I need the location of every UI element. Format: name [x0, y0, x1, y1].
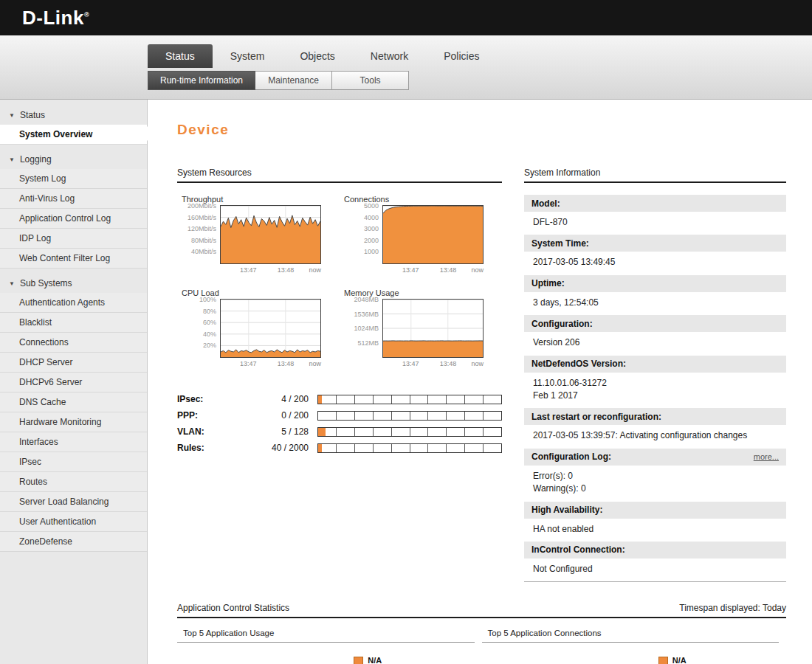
- y-tick-label: 40Mbit/s: [191, 248, 216, 255]
- gauge-value: 0 / 200: [230, 410, 317, 421]
- sidebar-item-application-control-log[interactable]: Application Control Log: [0, 209, 147, 229]
- y-tick-label: 200Mbit/s: [187, 202, 216, 210]
- info-label-configuration: Configuration:: [524, 315, 786, 332]
- x-tick-label: 13:48: [440, 266, 457, 274]
- gauges: IPsec:4 / 200PPP:0 / 200VLAN:5 / 128Rule…: [177, 391, 502, 456]
- info-label-system-time: System Time:: [524, 235, 786, 252]
- gauge-rules: Rules:40 / 2000: [177, 440, 502, 456]
- main-tabs: StatusSystemObjectsNetworkPolicies: [148, 44, 497, 68]
- legend-swatch: [354, 657, 363, 664]
- columns: System Resources Throughput200Mbit/s160M…: [177, 167, 786, 582]
- gauge-ipsec: IPsec:4 / 200: [177, 391, 502, 407]
- sidebar-item-anti-virus-log[interactable]: Anti-Virus Log: [0, 189, 147, 209]
- sidebar-section-sub-systems: ▼Sub SystemsAuthentication AgentsBlackli…: [0, 274, 147, 552]
- chart-plot: [382, 205, 484, 264]
- sidebar-item-system-overview[interactable]: System Overview: [0, 125, 147, 145]
- info-label-text: InControl Connection:: [531, 544, 625, 555]
- legend-name: N/A: [672, 656, 723, 664]
- sidebar-header-label: Sub Systems: [20, 278, 72, 288]
- chart-plot: [220, 299, 321, 358]
- subtab-run-time-information[interactable]: Run-time Information: [148, 71, 255, 90]
- gauge-ppp: PPP:0 / 200: [177, 407, 502, 423]
- app-window: D-Link® StatusSystemObjectsNetworkPolici…: [0, 0, 812, 664]
- sidebar-header-logging[interactable]: ▼Logging: [0, 150, 147, 169]
- sidebar-item-interfaces[interactable]: Interfaces: [0, 432, 147, 452]
- gauge-label: IPsec:: [177, 394, 230, 404]
- sidebar-item-ipsec[interactable]: IPsec: [0, 452, 147, 472]
- y-tick-label: 60%: [203, 319, 216, 326]
- y-tick-label: 20%: [203, 342, 216, 349]
- y-tick-label: 40%: [203, 331, 216, 338]
- x-tick-label: 13:48: [440, 360, 457, 367]
- info-label-last-restart-or-reconfiguration: Last restart or reconfiguration:: [524, 408, 786, 425]
- tab-policies[interactable]: Policies: [426, 44, 497, 68]
- gauge-bar: [317, 411, 502, 421]
- sidebar-item-authentication-agents[interactable]: Authentication Agents: [0, 293, 147, 313]
- top-bar: D-Link®: [0, 0, 812, 35]
- sidebar-item-user-authentication[interactable]: User Authentication: [0, 512, 147, 532]
- x-tick-label: 13:47: [240, 266, 257, 274]
- chevron-down-icon: ▼: [9, 280, 15, 287]
- sidebar-item-dhcp-server[interactable]: DHCP Server: [0, 353, 147, 373]
- y-tick-label: 1024MB: [354, 325, 379, 332]
- chart-memory-usage: Memory Usage2048MB1536MB1024MB512MB13:47…: [340, 288, 502, 370]
- sidebar-header-status[interactable]: ▼Status: [0, 106, 147, 125]
- sidebar-section-status: ▼StatusSystem Overview: [0, 106, 147, 145]
- brand-name: D-Link: [22, 7, 84, 29]
- sub-tabs: Run-time InformationMaintenanceTools: [148, 71, 409, 90]
- y-tick-label: 100%: [199, 296, 216, 303]
- info-label-configuration-log: Configuration Log:more...: [524, 449, 786, 466]
- subtab-tools[interactable]: Tools: [332, 71, 409, 90]
- info-value: Not Configured: [524, 558, 786, 581]
- app-control-header: Application Control Statistics Timespan …: [177, 603, 786, 618]
- gauge-value: 5 / 128: [230, 426, 317, 437]
- chevron-down-icon: ▼: [9, 112, 15, 119]
- system-resources-section: System Resources Throughput200Mbit/s160M…: [177, 167, 502, 582]
- sidebar-item-web-content-filter-log[interactable]: Web Content Filter Log: [0, 249, 147, 269]
- charts-grid: Throughput200Mbit/s160Mbit/s120Mbit/s80M…: [177, 195, 502, 370]
- info-label-text: Uptime:: [531, 278, 565, 288]
- y-tick-label: 120Mbit/s: [187, 225, 216, 232]
- sidebar-header-label: Logging: [20, 154, 52, 165]
- tab-system[interactable]: System: [213, 44, 283, 68]
- panel-title: Top 5 Application Connections: [482, 627, 780, 643]
- sidebar-item-blacklist[interactable]: Blacklist: [0, 313, 147, 333]
- legend: N/A0 Conns, 100%: [658, 656, 786, 664]
- y-tick-label: 2000: [364, 237, 379, 244]
- chart-plot: [382, 299, 484, 358]
- more-link[interactable]: more...: [754, 452, 779, 461]
- x-tick-label: now: [471, 360, 484, 367]
- tab-status[interactable]: Status: [148, 44, 213, 68]
- sidebar-item-dns-cache[interactable]: DNS Cache: [0, 392, 147, 412]
- tab-objects[interactable]: Objects: [282, 44, 352, 68]
- info-label-uptime: Uptime:: [524, 275, 786, 292]
- y-tick-label: 80Mbit/s: [191, 237, 216, 244]
- y-tick-label: 160Mbit/s: [187, 214, 216, 221]
- app-panels: Top 5 Application UsageN/A0 MB, 100%Top …: [177, 627, 786, 664]
- info-value: 11.10.01.06-31272Feb 1 2017: [524, 373, 786, 409]
- sidebar-item-connections[interactable]: Connections: [0, 333, 147, 353]
- sidebar-header-sub-systems[interactable]: ▼Sub Systems: [0, 274, 147, 293]
- info-label-incontrol-connection: InControl Connection:: [524, 542, 786, 558]
- sidebar-item-routes[interactable]: Routes: [0, 472, 147, 492]
- app-control-title: Application Control Statistics: [177, 603, 289, 613]
- y-tick-label: 80%: [203, 308, 216, 315]
- sidebar-item-server-load-balancing[interactable]: Server Load Balancing: [0, 492, 147, 512]
- sidebar-item-hardware-monitoring[interactable]: Hardware Monitoring: [0, 412, 147, 432]
- sidebar-item-idp-log[interactable]: IDP Log: [0, 229, 147, 249]
- sidebar-section-logging: ▼LoggingSystem LogAnti-Virus LogApplicat…: [0, 150, 147, 269]
- chart-plot: [220, 205, 321, 264]
- sidebar-item-dhcpv6-server[interactable]: DHCPv6 Server: [0, 373, 147, 392]
- tab-network[interactable]: Network: [353, 44, 426, 68]
- gauge-bar: [317, 427, 502, 437]
- sidebar-item-system-log[interactable]: System Log: [0, 169, 147, 189]
- chart-throughput: Throughput200Mbit/s160Mbit/s120Mbit/s80M…: [177, 195, 340, 277]
- sidebar-item-zonedefense[interactable]: ZoneDefense: [0, 532, 147, 552]
- subtab-maintenance[interactable]: Maintenance: [255, 71, 332, 90]
- info-value: 2017-03-05 13:49:45: [524, 252, 786, 274]
- gauge-label: VLAN:: [177, 426, 230, 437]
- app-control-section: Application Control Statistics Timespan …: [177, 603, 786, 664]
- page-title: Device: [177, 122, 786, 138]
- x-tick-label: 13:48: [278, 266, 295, 274]
- info-value: Error(s): 0Warning(s): 0: [524, 466, 786, 502]
